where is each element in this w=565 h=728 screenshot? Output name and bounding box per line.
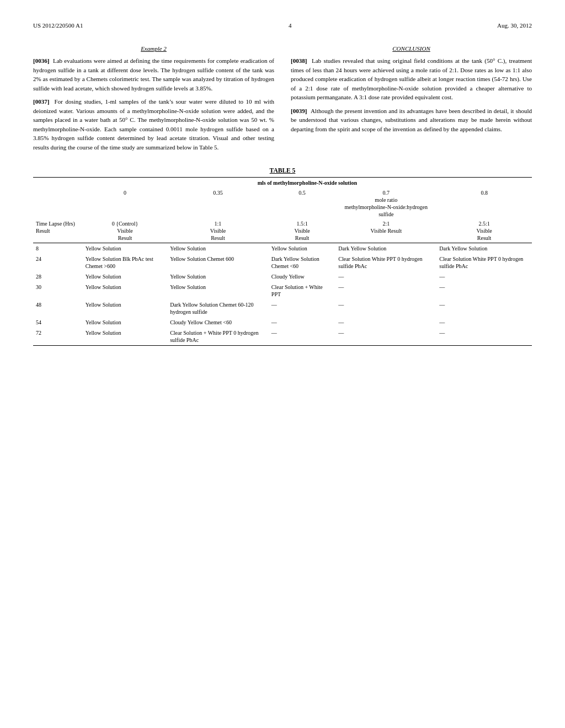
para-text-0039: Although the present invention and its a…: [291, 108, 532, 132]
r30-c035: Yellow Solution: [167, 282, 269, 299]
r30-c08: —: [436, 282, 532, 299]
col-07: 0.7mole ratiomethylmorpholine-N-oxide:hy…: [335, 188, 436, 219]
r24-c08: Clear Solution White PPT 0 hydrogen sulf…: [436, 254, 532, 271]
r24-c0: Yellow Solution Blk PbAc test Chemet >60…: [83, 254, 167, 271]
table-row: 72 Yellow Solution Clear Solution + Whit…: [33, 328, 532, 346]
para-text-0036: Lab evaluations were aimed at defining t…: [33, 57, 274, 92]
r30-c0: Yellow Solution: [83, 282, 167, 299]
r72-c07: —: [335, 328, 436, 346]
table-row: 24 Yellow Solution Blk PbAc test Chemet …: [33, 254, 532, 271]
r30-c07: —: [335, 282, 436, 299]
r24-c035: Yellow Solution Chemet 600: [167, 254, 269, 271]
r8-c08: Dark Yellow Solution: [436, 243, 532, 254]
subh-07: 2:1Visible Result: [335, 219, 436, 243]
r8-c035: Yellow Solution: [167, 243, 269, 254]
time-lapse-header: Time Lapse (Hrs) Result: [33, 219, 83, 243]
page: US 2012/220500 A1 4 Aug. 30, 2012 Exampl…: [0, 0, 565, 728]
page-header: US 2012/220500 A1 4 Aug. 30, 2012: [33, 22, 532, 29]
paragraph-0037: [0037] For dosing studies, 1-ml samples …: [33, 97, 274, 152]
subh-0: 0 {Control}VisibleResult: [83, 219, 167, 243]
r8-c05: Yellow Solution: [269, 243, 335, 254]
col-035: 0.35: [167, 188, 269, 219]
r28-c08: —: [436, 271, 532, 282]
header-left: US 2012/220500 A1: [33, 22, 83, 29]
table-row: 48 Yellow Solution Dark Yellow Solution …: [33, 299, 532, 317]
mls-header: mls of methylmorpholine-N-oxide solution: [83, 178, 532, 189]
table-row: 30 Yellow Solution Yellow Solution Clear…: [33, 282, 532, 299]
conclusion-title: CONCLUSION: [291, 45, 532, 52]
r48-c08: —: [436, 299, 532, 317]
r8-c0: Yellow Solution: [83, 243, 167, 254]
subh-08: 2.5:1VisibleResult: [436, 219, 532, 243]
r24-c07: Clear Solution White PPT 0 hydrogen sulf…: [335, 254, 436, 271]
para-text-0037: For dosing studies, 1-ml samples of the …: [33, 98, 274, 151]
r54-c05: —: [269, 317, 335, 328]
r8-c07: Dark Yellow Solution: [335, 243, 436, 254]
table-corner: [33, 178, 83, 189]
r28-c0: Yellow Solution: [83, 271, 167, 282]
r28-c05: Cloudy Yellow: [269, 271, 335, 282]
right-column: CONCLUSION [0038] Lab studies revealed t…: [291, 45, 532, 156]
table-section: TABLE 5 mls of methylmorpholine-N-oxide …: [33, 167, 532, 346]
paragraph-0039: [0039] Although the present invention an…: [291, 106, 532, 134]
r28-c07: —: [335, 271, 436, 282]
col-08: 0.8: [436, 188, 532, 219]
para-num-0036: [0036]: [33, 57, 53, 64]
time-48: 48: [33, 299, 83, 317]
col-0: 0: [83, 188, 167, 219]
time-8: 8: [33, 243, 83, 254]
r54-c0: Yellow Solution: [83, 317, 167, 328]
r72-c0: Yellow Solution: [83, 328, 167, 346]
para-text-0038: Lab studies revealed that using original…: [291, 57, 532, 100]
time-24: 24: [33, 254, 83, 271]
r48-c0: Yellow Solution: [83, 299, 167, 317]
paragraph-0036: [0036] Lab evaluations were aimed at def…: [33, 56, 274, 93]
table-row: 8 Yellow Solution Yellow Solution Yellow…: [33, 243, 532, 254]
left-column: Example 2 [0036] Lab evaluations were ai…: [33, 45, 274, 156]
table-5: mls of methylmorpholine-N-oxide solution…: [33, 177, 532, 346]
col-empty: [33, 188, 83, 219]
r28-c035: Yellow Solution: [167, 271, 269, 282]
time-30: 30: [33, 282, 83, 299]
two-column-layout: Example 2 [0036] Lab evaluations were ai…: [33, 45, 532, 156]
r54-c07: —: [335, 317, 436, 328]
example-title: Example 2: [33, 45, 274, 52]
r24-c05: Dark Yellow Solution Chemet <60: [269, 254, 335, 271]
r48-c07: —: [335, 299, 436, 317]
r54-c035: Cloudy Yellow Chemet <60: [167, 317, 269, 328]
table-row: 54 Yellow Solution Cloudy Yellow Chemet …: [33, 317, 532, 328]
header-center: 4: [289, 22, 292, 29]
table-title: TABLE 5: [33, 167, 532, 174]
r30-c05: Clear Solution + White PPT: [269, 282, 335, 299]
r72-c05: —: [269, 328, 335, 346]
time-72: 72: [33, 328, 83, 346]
subh-035: 1:1VisibleResult: [167, 219, 269, 243]
paragraph-0038: [0038] Lab studies revealed that using o…: [291, 56, 532, 102]
r72-c08: —: [436, 328, 532, 346]
para-num-0037: [0037]: [33, 98, 55, 105]
col-05: 0.5: [269, 188, 335, 219]
time-28: 28: [33, 271, 83, 282]
para-num-0038: [0038]: [291, 57, 312, 64]
para-num-0039: [0039]: [291, 108, 311, 114]
time-54: 54: [33, 317, 83, 328]
subh-05: 1.5:1VisibleResult: [269, 219, 335, 243]
r54-c08: —: [436, 317, 532, 328]
table-row: 28 Yellow Solution Yellow Solution Cloud…: [33, 271, 532, 282]
r48-c05: —: [269, 299, 335, 317]
header-right: Aug. 30, 2012: [497, 22, 532, 29]
r72-c035: Clear Solution + White PPT 0 hydrogen su…: [167, 328, 269, 346]
r48-c035: Dark Yellow Solution Chemet 60-120 hydro…: [167, 299, 269, 317]
